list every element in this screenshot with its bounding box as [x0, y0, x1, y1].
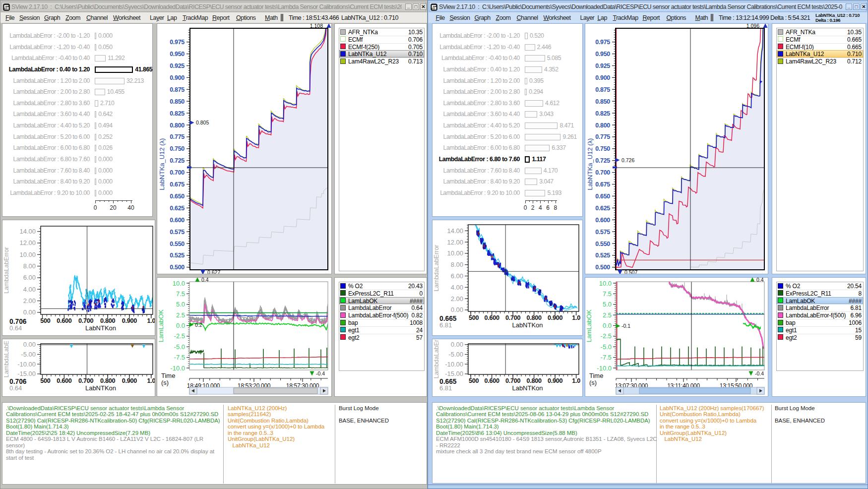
svg-text:0.950: 0.950 [170, 51, 185, 58]
svg-text:-2.5: -2.5 [601, 332, 612, 340]
svg-text:(s): (s) [161, 379, 169, 386]
svg-text:-10.0: -10.0 [170, 365, 185, 372]
svg-text:6.81: 6.81 [439, 321, 452, 329]
svg-text:0.600: 0.600 [595, 217, 610, 224]
svg-text:0.650: 0.650 [170, 193, 185, 200]
svg-text:0.700: 0.700 [78, 317, 93, 324]
svg-text:0.0: 0.0 [176, 322, 185, 329]
svg-text:LabNTKon: LabNTKon [512, 384, 543, 392]
svg-text:-5.0: -5.0 [174, 343, 185, 351]
svg-text:0.875: 0.875 [595, 86, 610, 93]
svg-text:10.0: 10.0 [173, 280, 185, 287]
svg-text:500: 500 [40, 377, 51, 384]
svg-text:0.675: 0.675 [170, 181, 185, 188]
svg-text:0.775: 0.775 [170, 133, 185, 140]
svg-text:0.800: 0.800 [170, 122, 185, 129]
svg-text:0.550: 0.550 [595, 241, 610, 247]
svg-text:-7.5: -7.5 [174, 354, 185, 361]
svg-text:0.700: 0.700 [505, 377, 520, 384]
svg-text:0.625: 0.625 [595, 205, 610, 212]
svg-text:0.650: 0.650 [595, 193, 610, 200]
svg-text:LabNTKa_U12 (λ): LabNTKa_U12 (λ) [158, 138, 166, 190]
svg-text:LamLabOK: LamLabOK [585, 309, 593, 342]
svg-text:14.00: 14.00 [19, 228, 36, 235]
svg-text:LambdaLabEr: LambdaLabEr [433, 340, 440, 379]
svg-text:-0.4: -0.4 [755, 370, 764, 376]
svg-text:4.00: 4.00 [23, 286, 36, 293]
svg-text:0.800: 0.800 [526, 377, 541, 384]
svg-text:LamLabOK: LamLabOK [157, 309, 165, 342]
svg-text:0.750: 0.750 [595, 145, 610, 152]
svg-text:0.850: 0.850 [170, 98, 185, 105]
svg-text:0.627: 0.627 [207, 269, 220, 274]
svg-text:0.00: 0.00 [23, 308, 36, 316]
svg-text:0.00: 0.00 [23, 341, 36, 348]
svg-text:14.00: 14.00 [447, 227, 463, 235]
svg-text:8.00: 8.00 [451, 261, 463, 268]
svg-text:0.600: 0.600 [484, 314, 499, 321]
svg-text:LambdaLabError: LambdaLabError [433, 245, 440, 292]
svg-text:-5.00: -5.00 [21, 351, 36, 358]
svg-text:0.2: 0.2 [195, 322, 202, 328]
svg-text:Time: Time [589, 372, 603, 379]
svg-text:-5.0: -5.0 [601, 343, 612, 351]
svg-text:0.525: 0.525 [595, 252, 610, 259]
svg-text:5.0: 5.0 [603, 301, 612, 308]
svg-text:2.5: 2.5 [603, 311, 612, 319]
svg-text:0.575: 0.575 [595, 229, 610, 236]
svg-text:-15.00: -15.00 [17, 370, 36, 377]
svg-text:LabNTKon: LabNTKon [512, 321, 543, 329]
svg-text:0.507: 0.507 [624, 269, 637, 274]
svg-text:-0.4: -0.4 [316, 370, 325, 376]
svg-text:2.00: 2.00 [451, 295, 463, 303]
svg-text:LabNTKon: LabNTKon [85, 324, 116, 332]
svg-text:10.0: 10.0 [599, 280, 612, 287]
svg-text:0.726: 0.726 [621, 157, 634, 163]
svg-text:10.00: 10.00 [447, 249, 463, 257]
svg-text:1.108: 1.108 [310, 24, 323, 29]
svg-text:-7.5: -7.5 [601, 354, 612, 361]
svg-text:0.625: 0.625 [170, 205, 185, 212]
svg-text:0.00: 0.00 [451, 306, 463, 313]
svg-text:500: 500 [469, 314, 479, 321]
svg-text:0.725: 0.725 [170, 157, 185, 164]
svg-text:2.00: 2.00 [23, 297, 36, 305]
svg-text:0.500: 0.500 [595, 264, 610, 271]
svg-text:LambdaLabError: LambdaLabError [3, 247, 10, 294]
svg-text:0.525: 0.525 [170, 252, 185, 259]
svg-text:0.500: 0.500 [170, 264, 185, 271]
svg-text:0.600: 0.600 [170, 217, 185, 224]
svg-text:0.825: 0.825 [170, 110, 185, 117]
svg-text:7.5: 7.5 [176, 290, 185, 298]
svg-text:0.675: 0.675 [595, 181, 610, 188]
svg-text:0.600: 0.600 [484, 377, 499, 384]
svg-text:0.975: 0.975 [595, 39, 610, 46]
svg-text:1.0: 1.0 [572, 314, 580, 321]
svg-text:1.096: 1.096 [746, 24, 759, 29]
svg-text:-10.0: -10.0 [597, 365, 612, 372]
svg-text:LabNTKa_U12 (λ): LabNTKa_U12 (λ) [586, 138, 594, 190]
svg-text:0.750: 0.750 [170, 145, 185, 152]
svg-text:Time: Time [161, 372, 175, 379]
svg-text:0.4: 0.4 [201, 278, 209, 283]
svg-text:0.0: 0.0 [603, 322, 612, 329]
svg-text:0.900: 0.900 [548, 377, 562, 384]
svg-text:-10.00: -10.00 [445, 361, 463, 368]
svg-text:-10.00: -10.00 [17, 361, 36, 368]
svg-text:12.00: 12.00 [19, 239, 36, 246]
svg-text:12.00: 12.00 [447, 239, 463, 246]
svg-text:LambdaLabE: LambdaLabE [3, 341, 10, 377]
svg-text:0.800: 0.800 [100, 317, 115, 324]
svg-text:0.925: 0.925 [170, 62, 185, 69]
svg-text:(s): (s) [589, 379, 597, 386]
svg-text:0.00: 0.00 [451, 341, 463, 348]
svg-text:0.550: 0.550 [170, 241, 185, 247]
svg-text:0.900: 0.900 [595, 74, 610, 81]
svg-text:0.64: 0.64 [9, 384, 22, 392]
svg-text:0.600: 0.600 [57, 317, 71, 324]
svg-text:-5.00: -5.00 [448, 351, 463, 358]
svg-text:1.0: 1.0 [147, 317, 155, 324]
svg-text:0.700: 0.700 [505, 314, 520, 321]
svg-text:0.800: 0.800 [595, 122, 610, 129]
svg-text:0.925: 0.925 [595, 62, 610, 69]
